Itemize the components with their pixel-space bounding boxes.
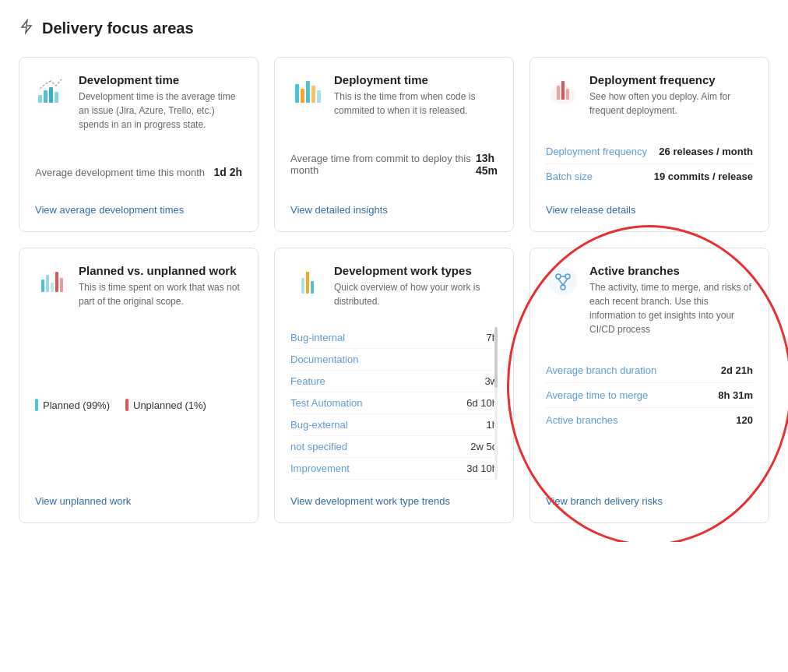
svg-rect-17 bbox=[55, 272, 58, 292]
metric-value: 26 releases / month bbox=[659, 146, 753, 157]
work-types-icon bbox=[290, 264, 325, 298]
svg-rect-15 bbox=[46, 275, 49, 292]
cards-grid: Development time Development time is the… bbox=[19, 57, 769, 523]
unplanned-legend: Unplanned (1%) bbox=[125, 330, 206, 480]
work-type-label: Bug-internal bbox=[290, 332, 345, 343]
planned-legend: Planned (99%) bbox=[35, 330, 110, 480]
metric-value: 120 bbox=[736, 414, 753, 426]
card-metrics: Deployment frequency 26 releases / month… bbox=[546, 139, 753, 188]
metric-label: Average development time this month bbox=[35, 167, 205, 178]
svg-rect-5 bbox=[295, 84, 299, 103]
deploy-time-icon bbox=[290, 73, 325, 107]
card-title: Planned vs. unplanned work bbox=[79, 264, 242, 277]
card-text: Planned vs. unplanned work This is time … bbox=[79, 264, 242, 308]
view-release-details-link[interactable]: View release details bbox=[546, 204, 753, 216]
planned-icon bbox=[35, 264, 69, 298]
list-item: Feature3w bbox=[290, 371, 498, 392]
card-title: Development work types bbox=[334, 264, 498, 277]
metric-label: Average branch duration bbox=[546, 364, 656, 376]
svg-rect-18 bbox=[60, 278, 63, 292]
deploy-freq-icon bbox=[546, 73, 580, 107]
list-item: not specified2w 5d bbox=[290, 436, 498, 458]
svg-rect-21 bbox=[311, 281, 314, 294]
card-metrics: Average time from commit to deploy this … bbox=[290, 139, 498, 188]
card-header: Development time Development time is the… bbox=[35, 73, 242, 132]
list-item: Improvement3d 10h bbox=[290, 458, 498, 480]
scrollbar-thumb bbox=[494, 327, 498, 388]
view-avg-dev-times-link[interactable]: View average development times bbox=[35, 204, 242, 216]
metric-row: Average development time this month 1d 2… bbox=[35, 166, 242, 178]
svg-marker-0 bbox=[22, 20, 31, 33]
card-development-time: Development time Development time is the… bbox=[19, 57, 259, 232]
card-planned-unplanned: Planned vs. unplanned work This is time … bbox=[19, 248, 259, 523]
svg-rect-20 bbox=[306, 272, 309, 294]
metric-row: Average branch duration2d 21h bbox=[546, 358, 753, 383]
metric-row-deploy-freq: Deployment frequency 26 releases / month bbox=[546, 139, 753, 164]
dev-time-icon bbox=[35, 73, 69, 107]
view-branch-delivery-risks-link[interactable]: View branch delivery risks bbox=[546, 495, 753, 507]
metric-row-batch-size: Batch size 19 commits / release bbox=[546, 164, 753, 188]
work-type-label: Bug-external bbox=[290, 419, 348, 431]
card-text: Active branches The activity, time to me… bbox=[589, 264, 753, 336]
card-text: Development work types Quick overview of… bbox=[334, 264, 498, 308]
card-header: Development work types Quick overview of… bbox=[290, 264, 498, 308]
metric-label: Deployment frequency bbox=[546, 146, 647, 157]
work-type-list: Bug-internal7hDocumentation-Feature3wTes… bbox=[290, 327, 498, 480]
svg-rect-4 bbox=[55, 92, 58, 103]
svg-rect-1 bbox=[38, 95, 42, 103]
card-text: Deployment time This is the time from wh… bbox=[334, 73, 498, 118]
metric-label: Batch size bbox=[546, 171, 593, 182]
card-description: Development time is the average time an … bbox=[79, 90, 242, 132]
svg-rect-6 bbox=[301, 89, 304, 103]
card-description: Quick overview of how your work is distr… bbox=[334, 280, 498, 308]
metric-value: 19 commits / release bbox=[654, 171, 753, 182]
work-type-label: not specified bbox=[290, 441, 347, 452]
svg-rect-12 bbox=[561, 81, 565, 100]
card-metrics: Average branch duration2d 21hAverage tim… bbox=[546, 358, 753, 480]
view-work-type-trends-link[interactable]: View development work type trends bbox=[290, 495, 498, 507]
metric-value: 13h 45m bbox=[476, 152, 498, 177]
card-title: Deployment time bbox=[334, 73, 498, 86]
scrollbar[interactable] bbox=[494, 327, 498, 480]
metric-row: Average time from commit to deploy this … bbox=[290, 152, 498, 177]
metric-value: 8h 31m bbox=[718, 389, 753, 401]
card-title: Deployment frequency bbox=[589, 73, 753, 86]
svg-rect-7 bbox=[306, 81, 310, 103]
svg-rect-2 bbox=[44, 90, 47, 103]
svg-point-22 bbox=[549, 267, 577, 295]
card-metrics: Average development time this month 1d 2… bbox=[35, 153, 242, 188]
svg-rect-9 bbox=[317, 90, 321, 103]
list-item: Test Automation6d 10h bbox=[290, 392, 498, 414]
svg-rect-13 bbox=[566, 89, 569, 100]
list-item: Bug-internal7h bbox=[290, 327, 498, 349]
card-title: Active branches bbox=[589, 264, 753, 277]
view-unplanned-work-link[interactable]: View unplanned work bbox=[35, 495, 242, 507]
list-item: Bug-external1h bbox=[290, 414, 498, 436]
card-deployment-frequency: Deployment frequency See how often you d… bbox=[529, 57, 769, 232]
card-text: Development time Development time is the… bbox=[79, 73, 242, 132]
work-type-label: Test Automation bbox=[290, 397, 363, 409]
view-detailed-insights-link[interactable]: View detailed insights bbox=[290, 204, 498, 216]
work-type-value: 2w 5d bbox=[470, 441, 498, 452]
page-title: Delivery focus areas bbox=[42, 19, 194, 37]
planned-label: Planned (99%) bbox=[43, 399, 110, 411]
card-header: Deployment frequency See how often you d… bbox=[546, 73, 753, 118]
metric-label: Active branches bbox=[546, 414, 618, 426]
svg-rect-3 bbox=[49, 87, 53, 103]
card-deployment-time: Deployment time This is the time from wh… bbox=[274, 57, 514, 232]
work-type-value: 6d 10h bbox=[466, 397, 498, 409]
page-header: Delivery focus areas bbox=[19, 19, 769, 38]
metric-label: Average time from commit to deploy this … bbox=[290, 153, 476, 176]
work-type-label: Improvement bbox=[290, 463, 350, 474]
lightning-icon bbox=[19, 19, 34, 38]
card-work-types: Development work types Quick overview of… bbox=[274, 248, 514, 523]
card-text: Deployment frequency See how often you d… bbox=[589, 73, 753, 118]
svg-rect-16 bbox=[51, 283, 54, 292]
metric-value: 1d 2h bbox=[213, 166, 242, 178]
card-title: Development time bbox=[79, 73, 242, 86]
list-item: Documentation- bbox=[290, 349, 498, 371]
unplanned-bar bbox=[125, 399, 128, 411]
card-header: Planned vs. unplanned work This is time … bbox=[35, 264, 242, 308]
metric-row: Active branches120 bbox=[546, 408, 753, 432]
work-type-label: Feature bbox=[290, 375, 325, 387]
